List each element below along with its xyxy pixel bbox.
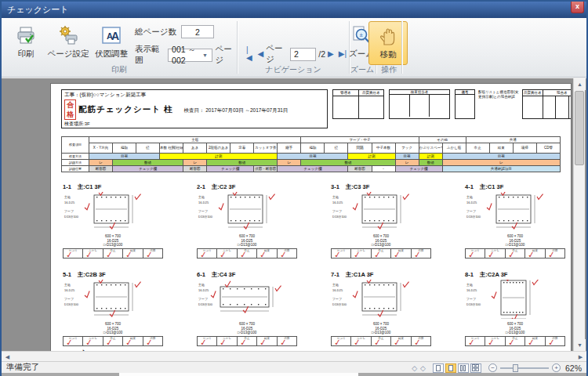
diagram-check-cell: 巾止✓ [103,249,123,258]
check-mark: ✓ [259,249,267,260]
diagram-check-cell: 巾止✓ [372,337,391,345]
diagram-check-cell: かぶり✓ [64,337,83,345]
checklist-data-row: 記録方法レ数値レ数値レ数値レ数値レ [62,160,561,166]
svg-text:16-D25: 16-D25 [466,288,477,292]
check-mark: ✓ [220,249,228,260]
diagram-check-cell: ふかし✓ [485,249,505,258]
diagram-column-label: 主:C3 3F [346,183,369,190]
checklist-cell: 目視 [89,154,159,160]
checklist-column-header: 中子本数 [372,143,395,154]
check-mark: ✓ [507,249,516,260]
diagram-check-cell: 結束✓ [391,249,411,258]
document-title: 配筋チェックシート 柱 [78,104,172,115]
check-mark: ✓ [239,249,248,260]
diagram-card: 8-1主:C2A 3F 主筋 16-D25 フープ D13@100 600 × … [465,271,565,346]
check-mark: ✓ [239,337,248,348]
page-setup-button-label: ページ設定 [48,49,89,60]
layout-facing-page-button[interactable] [445,363,456,373]
layout-grid-page-button[interactable] [470,363,481,373]
print-button[interactable]: 印刷 [5,21,47,63]
column-section-drawing: 主筋 16-D25 フープ D13@100 [331,280,431,319]
checklist-cell: レ [183,160,207,166]
checklist-cell: 数値 [419,160,442,166]
prev-page-icon[interactable]: ◀ [258,50,264,58]
collation-note: 配筋リストと構造図面(変更指示書)との照合確認 [478,90,519,99]
operation-group-label: 操作 [376,64,401,75]
project-header-box: 工事：(仮称)○○マンション新築工事 合格 配筋チェックシート 柱 検査日： 2… [61,89,328,128]
svg-text:D13@100: D13@100 [466,302,481,306]
vertical-scrollbar[interactable]: ▲ ▼ [573,78,585,351]
svg-text:D13@100: D13@100 [64,215,79,219]
zoom-out-icon[interactable]: − [488,363,497,372]
diagram-card: 6-1主:C4 3F 主筋 16-D25 フープ D13@100 600 × 7… [197,271,297,346]
check-mark: ✓ [259,337,267,348]
check-mark: ✓ [105,337,114,348]
diagram-column-label: 主:C1A 3F [346,271,374,278]
titlebar[interactable]: チェックシート x [2,2,586,18]
checklist-cell: - [372,166,395,172]
diagram-check-cell: ふかし✓ [83,337,103,345]
total-pages-label: 総ページ数 [135,27,176,38]
check-mark: ✓ [85,249,94,260]
svg-text:主筋: 主筋 [466,195,473,199]
diagram-check-cell: 巾止✓ [103,337,123,345]
diagram-column-label: 主:C2 3F [212,183,235,190]
page-number-input[interactable]: 2 [290,48,316,61]
check-mark: ✓ [354,249,362,260]
status-text: 準備完了 [6,362,39,373]
checklist-cell: 計測 [348,154,395,160]
document-header: 工事：(仮称)○○マンション新築工事 合格 配筋チェックシート 柱 検査日： 2… [61,88,561,135]
plan-adjust-button[interactable]: A A 伏図調整 [91,21,132,63]
printer-icon [16,24,36,47]
checklist-column-header: 継手 [278,143,301,154]
svg-text:±: ± [360,31,364,38]
chevron-down-icon[interactable]: ▼ [202,49,209,61]
svg-text:フープ: フープ [332,209,343,213]
first-page-icon[interactable]: |◀ [246,46,253,62]
diagram-card: 1-1主:C1 3F 主筋 16-D25 フープ D13@100 600 × 7… [63,183,163,258]
sign-box-inspector: 検査担当者 [389,89,450,119]
zoom-slider-thumb[interactable] [513,364,518,372]
status-bar: 準備完了 ◇ ◇ − + 62% [2,361,586,373]
svg-text:主筋: 主筋 [64,195,71,199]
diagram-check-cell: 結束✓ [257,337,277,345]
diagram-check-cell: 清掃✓ [143,337,162,345]
svg-text:フープ: フープ [198,209,209,213]
layout-two-page-button[interactable] [458,363,469,373]
ribbon-toolbar: 印刷 ページ設定 A [2,18,586,78]
checklist-row-label: 記録方法 [62,160,89,166]
layout-single-page-button[interactable] [433,363,444,373]
close-button[interactable]: x [571,2,584,13]
scroll-up-icon[interactable]: ▲ [574,78,586,90]
vscroll-thumb[interactable] [575,91,584,165]
checklist-cell: チェック欄 [207,166,254,172]
scroll-down-icon[interactable]: ▼ [574,339,586,351]
next-page-icon[interactable]: ▶ [328,50,334,58]
diamond-nav-icon[interactable]: ◇ [420,364,426,372]
page-setup-button[interactable]: ページ設定 [45,21,91,63]
checklist-group-header: 共通 [466,137,560,143]
check-mark: ✓ [279,249,288,260]
checklist-row-label: 検査方法 [62,154,89,160]
diamond-nav-icon[interactable]: ◇ [412,364,417,372]
total-pages-value[interactable]: 2 [181,25,214,38]
check-mark: ✓ [507,337,516,348]
diagram-dimensions: 600 × 70016-D25□-D13@100 [331,234,431,248]
preview-area[interactable]: 工事：(仮称)○○マンション新築工事 合格 配筋チェックシート 柱 検査日： 2… [2,78,586,351]
diagram-check-cell: 巾止✓ [506,249,525,258]
ribbon-group-operation: 移動 操作 [376,18,401,77]
display-range-combo[interactable]: 001 ～ 002 ▼ [168,49,212,62]
zoom-in-icon[interactable]: + [552,363,561,372]
diagram-check-cell: かぶり✓ [466,337,485,345]
diagram-check-cell: 清掃✓ [546,337,564,345]
zoom-slider[interactable] [500,367,549,369]
check-mark: ✓ [488,337,496,348]
horizontal-scrollbar[interactable]: ◀ ▶ [2,351,586,361]
svg-text:D13@100: D13@100 [332,215,347,219]
svg-text:フープ: フープ [466,209,477,213]
svg-text:フープ: フープ [198,297,209,301]
checklist-column-header: ふかし筋 [442,143,466,154]
svg-text:D13@100: D13@100 [198,302,213,306]
project-name: (仮称)○○マンション新築工事 [80,92,146,97]
checklist-column-header: 清掃 [513,143,536,154]
